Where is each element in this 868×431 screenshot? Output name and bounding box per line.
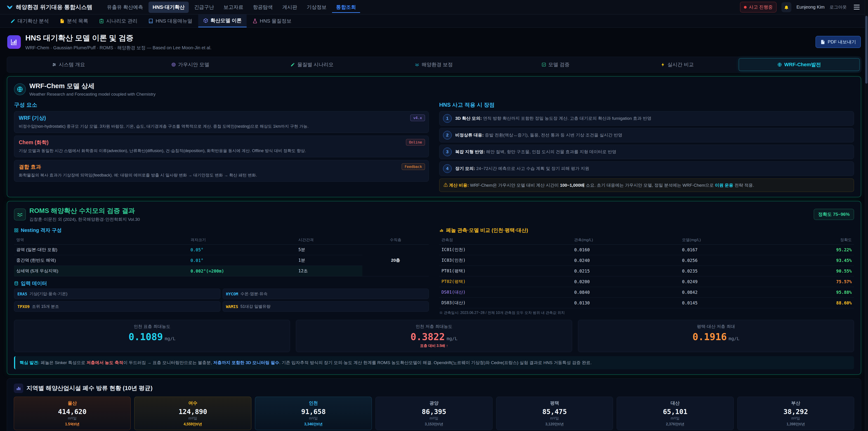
roms-columns: Nesting 격자 구성 영역 격자크기 시간간격 수직층 광역 (일본·대만…	[14, 227, 854, 315]
table-row: IC03(인천) 0.0240 0.0256 93.45%	[439, 255, 854, 266]
discharge-value: 124,890	[137, 408, 249, 415]
input-desc: 수온·염분·유속	[241, 291, 268, 297]
nav-item-aerial-search[interactable]: 항공탐색	[249, 2, 277, 13]
incident-status-badge[interactable]: 사고 진행중	[740, 2, 777, 12]
advantage-text: 장기 모의: 24~72시간 예측으로 사고 수습 계획 및 장기 피해 평가 …	[455, 164, 589, 172]
tab-model-validation[interactable]: 모델 검증	[495, 58, 616, 71]
advantage-text: 복잡 지형 반영: 해안 절벽, 항만 구조물, 인접 도시의 건물 효과를 지…	[455, 148, 616, 155]
accuracy-cell: 88.60%	[787, 298, 854, 308]
subnav-label: 시나리오 관리	[106, 18, 137, 24]
city-label: 광양	[378, 400, 490, 406]
database-icon	[14, 281, 19, 286]
input-data-item: ERA5 기상(기압·풍속·기온)	[14, 288, 220, 299]
nav-item-integrated-search[interactable]: 통합조회	[332, 2, 360, 13]
tab-label: 물질별 시나리오	[297, 61, 333, 68]
subnav-item-hns-manual[interactable]: HNS 대응매뉴얼	[143, 14, 197, 27]
subnav-item-model-theory[interactable]: 확산모델 이론	[198, 14, 247, 27]
tab-ocean-correction[interactable]: 해양환경 보정	[374, 58, 494, 71]
note-label: 계산 비용:	[449, 183, 469, 188]
wrfchem-header: WRF-Chem 모델 상세 Weather Research and Fore…	[14, 82, 854, 97]
stat-unit: mg/L	[164, 336, 176, 341]
roms-header: ROMS 해양확산 수치모의 검증 결과 김창훈·이문진 외 (2024), 한…	[14, 206, 854, 222]
inputs-heading-label: 입력 데이터	[21, 280, 47, 287]
page-title-block: HNS 대기확산 모델 이론 및 검증 WRF-Chem · Gaussian …	[25, 33, 211, 51]
accuracy-cell: 90.55%	[787, 266, 854, 276]
city-label: 평택	[499, 400, 611, 406]
time-step-cell: 1분	[296, 255, 363, 266]
discharge-unit: m³/일	[137, 416, 249, 421]
nesting-heading: Nesting 격자 구성	[14, 227, 429, 234]
nesting-column: Nesting 격자 구성 영역 격자크기 시간간격 수직층 광역 (일본·대만…	[14, 227, 429, 315]
tab-system-overview[interactable]: 시스템 개요	[8, 58, 129, 71]
tab-realtime-comparison[interactable]: 실시간 비교	[617, 58, 738, 71]
input-tag: HYCOM	[226, 291, 238, 296]
subnav-item-hns-substance-info[interactable]: HNS 물질정보	[248, 14, 297, 27]
subnav-item-scenario-management[interactable]: 시나리오 관리	[94, 14, 143, 27]
tab-substance-scenarios[interactable]: 물질별 시나리오	[252, 58, 372, 71]
advantages-heading: HNS 사고 적용 시 장점	[439, 101, 854, 109]
bell-icon	[784, 4, 789, 10]
grid-icon	[14, 228, 19, 233]
component-name: WRF (기상)	[19, 115, 424, 122]
table-row: IC01(인천) 0.0160 0.0167 95.22%	[439, 245, 854, 255]
finding-text: 이 두드러짐 → 표층 모니터링만으로는 불충분,	[123, 360, 213, 365]
nav-item-reports[interactable]: 보고자료	[219, 2, 248, 13]
advantage-desc: 증발 전환(액상↔증기), 돌풍, 전선 통과 등 시변 기상 조건을 실시간 …	[485, 133, 622, 137]
wrfchem-title: WRF-Chem 모델 상세	[29, 82, 156, 91]
discharge-subvalue: 1.5억t/년	[16, 422, 128, 427]
column-header: 수직층	[362, 236, 429, 245]
discharge-unit: m³/일	[16, 416, 128, 421]
table-row: DS03(대산) 0.0130 0.0145 88.60%	[439, 298, 854, 308]
tab-label: WRF-Chem발전	[784, 61, 821, 68]
pdf-export-label: PDF 내보내기	[828, 39, 856, 45]
comparison-heading: 페놀 관측·모델 비교 (인천·평택·대산)	[439, 227, 854, 234]
component-desc: 비정수압(non-hydrostatic) 중규모 기상 모델. 3차원 바람장…	[19, 123, 424, 129]
model-cell: 0.0842	[680, 287, 787, 298]
nav-item-emergency-rescue[interactable]: 긴급구난	[190, 2, 218, 13]
observed-cell: 0.0215	[572, 266, 680, 276]
observed-cell: 0.0200	[572, 276, 680, 287]
model-cell: 0.0249	[680, 276, 787, 287]
wrfchem-detail-card: WRF-Chem 모델 상세 Weather Research and Fore…	[7, 76, 861, 197]
stat-label: 인천 저층 최대농도	[300, 324, 568, 330]
subnav-item-analysis-list[interactable]: 분석 목록	[55, 14, 93, 27]
station-cell: DS01(대산)	[439, 287, 572, 298]
region-cell: 중간역 (한반도 해역)	[14, 255, 188, 266]
discharge-value: 65,101	[619, 408, 731, 415]
tab-gaussian-model[interactable]: 가우시안 모델	[130, 58, 251, 71]
subnav-item-air-analysis[interactable]: 대기확산 분석	[5, 14, 54, 27]
stat-incheon-surface: 인천 표층 최대농도 0.1089mg/L	[14, 320, 290, 352]
nesting-table: 영역 격자크기 시간간격 수직층 광역 (일본·대만 포함) 0.05° 5분 …	[14, 236, 429, 276]
table-row: PT02(평택) 0.0200 0.0249 75.57%	[439, 276, 854, 287]
region-cell: 상세역 (5개 우심지역)	[14, 266, 188, 276]
component-coupling: 결합 효과 Feedback 화학물질의 복사 효과가 기상장에 되먹임(fee…	[14, 160, 429, 182]
scrollbar-thumb[interactable]	[865, 16, 868, 84]
stat-number: 0.3822	[410, 331, 445, 342]
logout-button[interactable]: 로그아웃	[830, 4, 847, 10]
advantage-desc: 연직 방향 확산까지 포함한 정밀 농도장 계산. 고층 대기로의 확산과 fu…	[483, 116, 651, 121]
nav-item-oil-dispersion[interactable]: 유출유 확산예측	[103, 2, 147, 13]
subnav-label: 대기확산 분석	[18, 18, 49, 24]
stat-value: 0.1916mg/L	[582, 331, 850, 342]
components-column: 구성 요소 WRF (기상) v4.x 비정수압(non-hydrostatic…	[14, 101, 429, 192]
observed-cell: 0.0130	[572, 298, 680, 308]
component-name: Chem (화학)	[19, 139, 424, 146]
station-cell: PT01(평택)	[439, 266, 572, 276]
nav-item-weather-info[interactable]: 기상정보	[303, 2, 331, 13]
discharge-card-gwangyang: 광양 86,395 m³/일 3,153만t/년	[375, 397, 492, 430]
model-cube-icon	[203, 18, 208, 23]
inputs-grid: ERA5 기상(기압·풍속·기온) HYCOM 수온·염분·유속 TPXO9 조…	[14, 288, 429, 312]
discharge-card-busan: 부산 38,292 m³/일 1,398만t/년	[737, 397, 854, 430]
wrfchem-title-block: WRF-Chem 모델 상세 Weather Research and Fore…	[29, 82, 156, 97]
brand[interactable]: 해양환경 위기대응 통합시스템	[6, 3, 92, 11]
tab-wrfchem-advanced[interactable]: WRF-Chem발전	[739, 58, 860, 71]
online-badge: Online	[406, 139, 425, 146]
nav-item-board[interactable]: 게시판	[278, 2, 301, 13]
pdf-export-button[interactable]: PDF 내보내기	[815, 36, 861, 48]
hamburger-menu-button[interactable]	[852, 2, 862, 12]
notification-bell-button[interactable]	[781, 2, 792, 12]
column-header: 정확도	[787, 236, 854, 245]
component-chem: Chem (화학) Online 기상 모델과 동일한 시간 스텝에서 화학종의…	[14, 135, 429, 157]
stat-label: 평택·대산 저층 최대	[582, 324, 850, 330]
nav-item-hns-air-dispersion[interactable]: HNS·대기확산	[149, 2, 189, 13]
